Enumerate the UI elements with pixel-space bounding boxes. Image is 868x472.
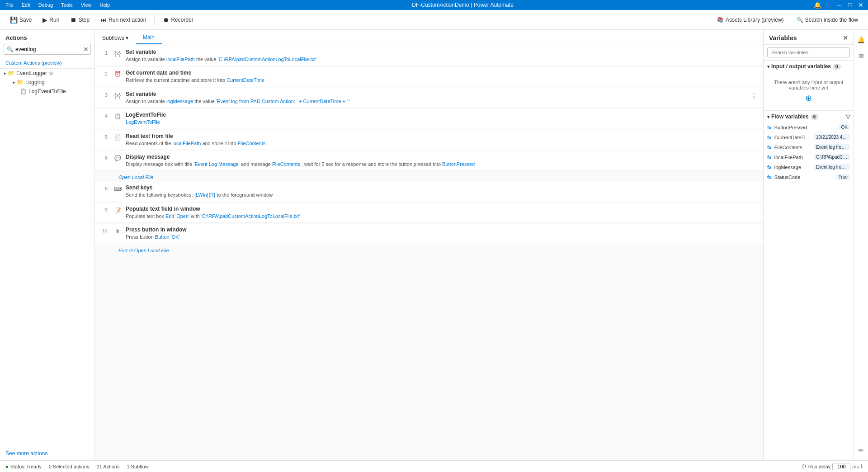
title-bar-controls: 🔔 👤 ─ □ ✕ [814, 1, 864, 9]
var-name: localFilePath [166, 57, 195, 62]
menu-file[interactable]: File [4, 1, 15, 9]
flow-item-title: Send keys [126, 184, 758, 191]
chevron-down-icon: ▾ [126, 35, 128, 41]
press-button-icon: 🖱 [113, 227, 122, 236]
flow-item-content: Populate text field in window Populate t… [126, 206, 758, 220]
flow-item-desc: Populate text box Edit 'Open' with 'C:\R… [126, 213, 758, 220]
flow-item-content: Send keys Send the following keystrokes:… [126, 184, 758, 198]
var-name-label: CurrentDateTi... [774, 135, 814, 140]
tree-item-logeventtofile[interactable]: 📋 LogEventToFile [0, 87, 94, 96]
run-icon: ▶ [42, 16, 47, 24]
flow-var-item[interactable]: fx FileContents Event log from PAD... [764, 142, 854, 152]
save-button[interactable]: 💾 Save [5, 14, 36, 26]
main-layout: Actions 🔍 ✕ Custom Actions (preview) ▾ 📁… [0, 30, 868, 460]
button-name: Button 'OK' [155, 234, 180, 240]
folder-icon: 📁 [17, 79, 24, 85]
flow-item-title: LogEventToFile [126, 112, 758, 118]
maximize-btn[interactable]: □ [846, 1, 854, 9]
title-bar-left: File Edit Debug Tools View Help [4, 1, 112, 9]
set-variable-icon: {x} [113, 49, 122, 58]
tree-item-logging[interactable]: ▾ 📁 Logging [0, 78, 94, 87]
section-open-local-file: Open Local File [95, 172, 763, 182]
var-value: 'C:\RPA\padCustomActionLogToLocalFile.tx… [218, 57, 317, 62]
flow-item-content: Press button in window Press button Butt… [126, 227, 758, 241]
run-next-icon: ⏭ [100, 16, 107, 24]
center-panel: Subflows ▾ Main 1 {x} Set variable Assig… [95, 30, 763, 460]
var-name: logMessage [166, 99, 193, 104]
sidebar-edit-icon[interactable]: ✏ [855, 444, 868, 457]
flow-item-10: 10 🖱 Press button in window Press button… [95, 224, 763, 244]
sidebar-icon-1[interactable]: 🔔 [855, 33, 868, 46]
stop-button[interactable]: ⏹ Stop [66, 14, 94, 26]
search-clear-button[interactable]: ✕ [83, 46, 89, 53]
flow-item-more-button[interactable]: ⋮ [750, 92, 758, 100]
flow-item-number: 3 [95, 91, 113, 98]
variables-search-input[interactable] [767, 47, 850, 57]
var-name-label: StatusCode [774, 175, 836, 180]
flow-item-2: 2 ⏰ Get current date and time Retrieve t… [95, 67, 763, 87]
menu-edit[interactable]: Edit [20, 1, 32, 9]
var-name-label: ButtonPressed [774, 125, 839, 130]
recorder-button[interactable]: ⏺ Recorder [158, 14, 198, 26]
read-file-icon: 📄 [113, 133, 122, 142]
flow-item-title: Display message [126, 154, 758, 160]
see-more-link[interactable]: See more actions [5, 450, 47, 457]
notification-icon[interactable]: 🔔 [814, 1, 821, 9]
variables-title: Variables [769, 34, 797, 42]
search-input-icon: 🔍 [7, 46, 14, 52]
flow-vars-header[interactable]: ▾ Flow variables 6 ▽ [764, 111, 854, 123]
variables-panel: Variables ✕ ▾ Input / output variables 0… [763, 30, 854, 460]
recorder-icon: ⏺ [163, 16, 169, 24]
flow-var-item[interactable]: fx CurrentDateTi... 10/21/2023 4:58:53..… [764, 132, 854, 142]
account-icon[interactable]: 👤 [825, 1, 832, 9]
flow-item-content: LogEventToFile LogEventToFile [126, 112, 758, 126]
menu-tools[interactable]: Tools [59, 1, 75, 9]
close-btn[interactable]: ✕ [857, 1, 864, 9]
menu-help[interactable]: Help [98, 1, 112, 9]
tree-item-eventlogger[interactable]: ▾ 📁 EventLogger ⚙ [0, 69, 94, 78]
run-button[interactable]: ▶ Run [38, 14, 64, 26]
run-next-button[interactable]: ⏭ Run next action [96, 14, 151, 26]
folder-icon: 📁 [8, 70, 14, 76]
flow-vars-count-badge: 6 [811, 114, 819, 120]
tab-main[interactable]: Main [136, 32, 162, 44]
actions-search-input[interactable] [15, 46, 83, 52]
flow-item-number: 2 [95, 70, 113, 76]
flow-item-1: 1 {x} Set variable Assign to variable lo… [95, 46, 763, 66]
run-delay-input[interactable] [832, 463, 850, 470]
left-panel-title: Actions [0, 30, 94, 44]
variables-panel-close[interactable]: ✕ [843, 34, 848, 42]
flow-item-6: 6 💬 Display message Display message box … [95, 151, 763, 171]
flow-var-item[interactable]: fx localFilePath C:\RPA\padCusto... [764, 152, 854, 162]
io-add-button[interactable]: ⊕ [769, 93, 848, 103]
flow-item-content: Get current date and time Retrieve the c… [126, 70, 758, 84]
see-more: See more actions [0, 447, 94, 460]
sidebar-icon-2[interactable]: ✉ [855, 50, 868, 62]
log-icon: 📋 [113, 112, 122, 121]
datetime-icon: ⏰ [113, 70, 122, 79]
run-delay: ⏱ Run delay ms ℹ [802, 463, 863, 470]
flow-item-number: 1 [95, 49, 113, 56]
assets-icon: 📚 [717, 17, 724, 23]
flow-var-item[interactable]: fx logMessage Event log from PAD... [764, 162, 854, 172]
menu-debug[interactable]: Debug [37, 1, 55, 9]
flow-var-item[interactable]: fx StatusCode True [764, 172, 854, 182]
settings-icon[interactable]: ⚙ [49, 71, 53, 76]
custom-actions-banner[interactable]: Custom Actions (preview) [0, 57, 94, 69]
assets-library-button[interactable]: 📚 Assets Library (preview) [712, 14, 788, 25]
toolbar-right: 📚 Assets Library (preview) 🔍 Search insi… [712, 14, 863, 25]
save-icon: 💾 [10, 16, 18, 24]
subflows-button[interactable]: Subflows ▾ [99, 33, 132, 43]
title-bar: File Edit Debug Tools View Help DF-Custo… [0, 0, 868, 10]
textbox-name: Edit 'Open' [165, 213, 189, 219]
populate-field-icon: 📝 [113, 206, 122, 215]
flow-item-desc: Retrieve the current datetime and store … [126, 77, 758, 84]
flow-vars-section: ▾ Flow variables 6 ▽ fx ButtonPressed OK… [764, 111, 854, 460]
minimize-btn[interactable]: ─ [835, 1, 843, 9]
var-value-label: Event log from PAD... [814, 164, 850, 170]
search-flow-button[interactable]: 🔍 Search inside the flow [792, 14, 863, 25]
menu-view[interactable]: View [79, 1, 94, 9]
io-section-header[interactable]: ▾ Input / output variables 0 [764, 61, 854, 72]
flow-var-item[interactable]: fx ButtonPressed OK [764, 123, 854, 132]
filter-icon[interactable]: ▽ [846, 113, 850, 120]
